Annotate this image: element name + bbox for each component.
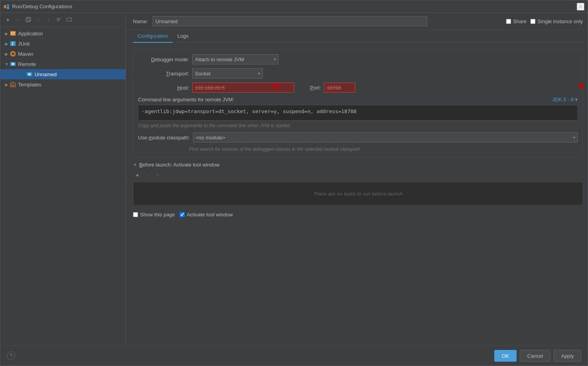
launch-edit-button[interactable]: ✎ (153, 171, 162, 179)
share-checkbox[interactable] (506, 19, 511, 24)
name-options: Share Single instance only (506, 18, 583, 24)
activate-window-checkbox[interactable] (180, 212, 185, 217)
debugger-mode-label: Debugger mode: (138, 57, 189, 62)
folder-button[interactable] (65, 15, 73, 24)
sidebar-tree: ▶ Application ▶ (0, 27, 126, 346)
host-port-row: Host: ➤ Port: ➤ (138, 82, 578, 93)
footer-left: ? (7, 351, 15, 360)
single-instance-label[interactable]: Single instance only (537, 18, 583, 24)
svg-rect-20 (15, 53, 16, 54)
activate-window-group: Activate tool window (180, 212, 233, 218)
module-classpath-label: Use module classpath: (138, 135, 190, 141)
footer-right: OK Cancel Apply (494, 350, 581, 362)
move-down-button[interactable]: ↓ (44, 15, 53, 24)
module-classpath-hint: First search for sources of the debugged… (138, 146, 578, 152)
unnamed-config-icon (26, 71, 33, 77)
sort-button[interactable] (55, 15, 63, 24)
sidebar-item-junit[interactable]: ▶ J JUnit (0, 38, 126, 49)
sidebar-item-remote-label: Remote (18, 61, 36, 67)
single-instance-checkbox-group: Single instance only (530, 18, 583, 24)
add-config-button[interactable]: + (4, 15, 12, 24)
sidebar-item-unnamed-label: Unnamed (35, 71, 56, 77)
svg-point-16 (12, 53, 14, 55)
title-bar: Run/Debug Configurations ✕ (0, 0, 588, 13)
move-up-button[interactable]: ↑ (34, 15, 43, 24)
launch-add-button[interactable]: + (133, 171, 142, 179)
show-page-label[interactable]: Show this page (140, 212, 175, 218)
ok-button[interactable]: OK (494, 350, 517, 362)
launch-down-button[interactable]: ↓ (174, 171, 182, 179)
copy-config-button[interactable] (24, 15, 33, 24)
cmdline-label: Command line arguments for remote JVM: (138, 97, 234, 102)
transport-select[interactable]: Socket Shared memory (192, 68, 263, 79)
show-page-group: Show this page (133, 212, 175, 218)
transport-label: Transport: (138, 71, 189, 77)
run-debug-configurations-window: Run/Debug Configurations ✕ + − ↑ ↓ (0, 0, 588, 366)
port-label: Port: (305, 85, 321, 91)
tabs-bar: Configuration Logs (128, 30, 588, 43)
svg-marker-2 (7, 7, 9, 9)
launch-remove-button[interactable]: − (143, 171, 152, 179)
cmdline-section: Command line arguments for remote JVM: J… (138, 97, 578, 128)
arrow-port: ➤ (577, 79, 586, 92)
svg-rect-8 (10, 31, 16, 36)
help-button[interactable]: ? (7, 351, 15, 360)
main-content: + − ↑ ↓ (0, 13, 588, 346)
config-content: Debugger mode: Attach to remote JVM List… (128, 43, 588, 346)
name-input[interactable] (153, 16, 427, 26)
expand-arrow-templates: ▶ (4, 81, 10, 88)
tab-configuration[interactable]: Configuration (133, 30, 173, 43)
share-checkbox-group: Share (506, 18, 527, 24)
before-launch-title: Before launch: Activate tool window (139, 162, 220, 168)
expand-arrow-application: ▶ (4, 30, 10, 37)
right-panel: Name: Share Single instance only Configu… (128, 13, 588, 346)
cmdline-hint: Copy and paste the arguments to the comm… (138, 123, 578, 128)
svg-rect-0 (4, 5, 6, 8)
single-instance-checkbox[interactable] (530, 19, 535, 24)
sidebar-item-templates[interactable]: ▶ Templates (0, 79, 126, 90)
tab-logs[interactable]: Logs (173, 30, 193, 43)
svg-rect-17 (13, 51, 13, 52)
sidebar-item-templates-label: Templates (18, 82, 41, 88)
cmdline-box: -agentlib:jdwp=transport=dt_socket, serv… (138, 105, 578, 121)
expand-arrow-junit: ▶ (4, 40, 10, 47)
jdk-link[interactable]: JDK 5 - 8 ▾ (552, 97, 578, 102)
host-label: Host: (138, 85, 189, 91)
svg-text:J: J (11, 42, 14, 46)
sidebar-item-maven-label: Maven (18, 51, 33, 57)
show-page-checkbox[interactable] (133, 212, 138, 217)
remote-icon (10, 61, 16, 67)
launch-up-button[interactable]: ↑ (164, 171, 172, 179)
cancel-button[interactable]: Cancel (520, 350, 550, 362)
port-input[interactable] (324, 82, 355, 93)
debugger-mode-select[interactable]: Attach to remote JVM Listen to remote JV… (192, 54, 279, 64)
apply-button[interactable]: Apply (553, 350, 581, 362)
sidebar: + − ↑ ↓ (0, 13, 126, 346)
application-icon (10, 30, 16, 37)
maven-icon (10, 51, 16, 57)
debugger-mode-dropdown-wrapper: Attach to remote JVM Listen to remote JV… (192, 54, 279, 64)
expand-arrow-maven: ▶ (4, 51, 10, 57)
footer: ? OK Cancel Apply (0, 346, 588, 366)
launch-list: There are no tasks to run before launch (133, 182, 583, 205)
name-label: Name: (133, 18, 148, 24)
bottom-options: Show this page Activate tool window (133, 209, 583, 221)
expand-arrow-remote: ▼ (4, 61, 10, 67)
sidebar-item-junit-label: JUnit (18, 41, 30, 47)
activate-window-label[interactable]: Activate tool window (187, 212, 233, 218)
sidebar-item-maven[interactable]: ▶ Maven (0, 49, 126, 59)
before-launch-header[interactable]: ▼ Before launch: Activate tool window (133, 162, 583, 168)
module-select[interactable]: <no module> (193, 132, 578, 143)
svg-rect-18 (13, 55, 13, 57)
close-button[interactable]: ✕ (577, 3, 584, 11)
remove-config-button[interactable]: − (14, 15, 22, 24)
junit-icon: J (10, 40, 16, 47)
launch-empty-text: There are no tasks to run before launch (313, 191, 403, 197)
transport-row: Transport: Socket Shared memory (138, 68, 578, 79)
sidebar-item-unnamed[interactable]: ▶ Unnamed (0, 69, 126, 79)
sidebar-item-remote[interactable]: ▼ Remote (0, 59, 126, 69)
share-label[interactable]: Share (513, 18, 527, 24)
main-config-panel: Debugger mode: Attach to remote JVM List… (133, 49, 583, 157)
sidebar-item-application[interactable]: ▶ Application (0, 28, 126, 38)
sidebar-item-application-label: Application (18, 31, 43, 37)
